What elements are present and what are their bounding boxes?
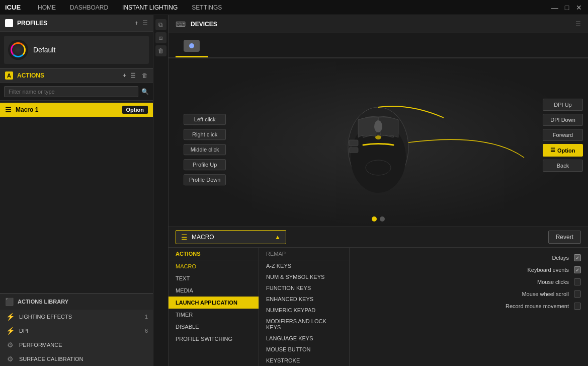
library-surface-label: SURFACE CALIBRATION: [19, 356, 144, 362]
profile-item-default[interactable]: Default: [4, 36, 149, 64]
delete-action-button[interactable]: 🗑: [142, 72, 148, 79]
device-tab-mouse[interactable]: [176, 36, 208, 57]
minimize-button[interactable]: —: [551, 4, 559, 12]
profile-down-button[interactable]: Profile Down: [184, 174, 226, 185]
remap-col-item-keystroke[interactable]: KEYSTROKE: [259, 355, 349, 366]
add-profile-button[interactable]: +: [135, 20, 138, 27]
remap-col-item-language[interactable]: LANGUAGE KEYS: [259, 333, 349, 344]
opt-delays-label: Delays: [552, 255, 569, 261]
actions-col-item-profile[interactable]: PROFILE SWITCHING: [169, 333, 259, 345]
add-action-button[interactable]: +: [123, 72, 126, 79]
opt-mouse-clicks-checkbox[interactable]: [574, 278, 581, 285]
library-item-lighting[interactable]: ⚡ LIGHTING EFFECTS 1: [0, 310, 153, 324]
actions-menu-button[interactable]: ☰: [130, 72, 136, 79]
right-click-button[interactable]: Right click: [184, 129, 226, 140]
library-item-dpi[interactable]: ⚡ DPI 6: [0, 324, 153, 338]
nav-home[interactable]: HOME: [31, 0, 63, 15]
remap-col-item-num[interactable]: NUM & SYMBOL KEYS: [259, 271, 349, 282]
actions-col-item-launch[interactable]: LAUNCH APPLICATION: [169, 297, 259, 309]
side-icon-delete[interactable]: 🗑: [155, 45, 166, 56]
profiles-menu-button[interactable]: ☰: [142, 20, 148, 27]
actions-col-item-disable[interactable]: DISABLE: [169, 321, 259, 333]
dpi-down-button[interactable]: DPI Down: [543, 114, 583, 126]
library-item-surface-cal[interactable]: ⚙ SURFACE CALIBRATION: [0, 352, 153, 366]
opt-mouse-movement-row: Record mouse movement: [357, 300, 581, 312]
option-badge[interactable]: Option: [122, 106, 148, 114]
left-panel: PROFILES + ☰ Default A ACTIONS + ☰ 🗑: [0, 15, 153, 366]
library-lighting-label: LIGHTING EFFECTS: [19, 314, 141, 320]
remap-col-item-numpad[interactable]: NUMERIC KEYPAD: [259, 305, 349, 316]
device-tabs: [169, 33, 588, 58]
surface-cal-icon: ⚙: [5, 355, 15, 363]
opt-keyboard-row: Keyboard events: [357, 264, 581, 276]
library-icon: ⬛: [5, 298, 14, 306]
actions-col-item-media[interactable]: MEDIA: [169, 284, 259, 297]
search-input[interactable]: [4, 86, 138, 97]
mouse-image-container: [313, 92, 444, 193]
left-click-button[interactable]: Left click: [184, 114, 226, 125]
revert-button[interactable]: Revert: [548, 231, 581, 244]
dpi-icon: ⚡: [5, 327, 15, 335]
action-item-macro1[interactable]: ☰ Macro 1 Option: [0, 103, 153, 117]
side-icon-copy[interactable]: ⧉: [155, 19, 166, 30]
actions-col-item-text[interactable]: TEXT: [169, 272, 259, 284]
devices-icon: ⌨: [176, 20, 186, 28]
macro-bar: ☰ MACRO ▲ Revert: [169, 227, 588, 248]
actions-col-item-macro[interactable]: MACRO: [169, 260, 259, 272]
mouse-svg: [313, 92, 444, 193]
svg-point-1: [189, 43, 194, 48]
opt-mouse-scroll-checkbox[interactable]: [574, 290, 581, 298]
library-performance-label: PERFORMANCE: [19, 342, 144, 348]
profile-up-button[interactable]: Profile Up: [184, 159, 226, 170]
middle-click-button[interactable]: Middle click: [184, 144, 226, 155]
lightning-icon: ⚡: [5, 313, 15, 321]
macro-label: MACRO: [192, 234, 271, 241]
forward-button[interactable]: Forward: [543, 129, 583, 141]
actions-library-header[interactable]: ⬛ ACTIONS LIBRARY: [0, 294, 153, 310]
maximize-button[interactable]: □: [563, 4, 571, 12]
option-button[interactable]: ☰ Option: [543, 144, 583, 157]
devices-menu-button[interactable]: ☰: [575, 21, 581, 28]
opt-delays-row: Delays: [357, 252, 581, 264]
window-controls: — □ ✕: [551, 4, 583, 12]
close-button[interactable]: ✕: [575, 4, 583, 12]
svg-rect-6: [349, 148, 358, 153]
remap-col-item-enhanced[interactable]: ENHANCED KEYS: [259, 294, 349, 305]
nav-settings[interactable]: SETTINGS: [185, 0, 229, 15]
profiles-list: Default: [0, 32, 153, 68]
dpi-up-button[interactable]: DPI Up: [543, 99, 583, 111]
right-button-labels: DPI Up DPI Down Forward ☰ Option Back: [543, 99, 583, 172]
dot-1[interactable]: [372, 216, 377, 222]
actions-col-item-timer[interactable]: TIMER: [169, 309, 259, 321]
opt-delays-checkbox[interactable]: [574, 254, 581, 261]
actions-header: A ACTIONS + ☰ 🗑: [0, 68, 153, 83]
action-menu-icon: ☰: [5, 106, 12, 114]
nav-dashboard[interactable]: DASHBOARD: [63, 0, 115, 15]
config-area: ☰ MACRO ▲ Revert ACTIONS MACRO TEXT MEDI…: [169, 227, 588, 366]
macro-dropdown[interactable]: ☰ MACRO ▲: [176, 230, 286, 244]
opt-mouse-movement-checkbox[interactable]: [574, 303, 581, 310]
page-indicators: [372, 216, 385, 222]
option-label: Option: [557, 148, 575, 154]
remap-col-item-mouse[interactable]: MOUSE BUTTON: [259, 344, 349, 355]
nav-instant-lighting[interactable]: INSTANT LIGHTING: [115, 0, 185, 15]
nav-bar: HOME DASHBOARD INSTANT LIGHTING SETTINGS: [31, 0, 551, 15]
action-name: Macro 1: [16, 106, 122, 113]
side-icon-paste[interactable]: ⧇: [155, 32, 166, 43]
devices-header: ⌨ DEVICES ☰: [169, 15, 588, 33]
back-button[interactable]: Back: [543, 160, 583, 172]
opt-mouse-movement-label: Record mouse movement: [506, 303, 569, 309]
search-icon: 🔍: [141, 88, 149, 95]
remap-column: REMAP A-Z KEYS NUM & SYMBOL KEYS FUNCTIO…: [259, 248, 350, 366]
opt-keyboard-checkbox[interactable]: [574, 266, 581, 273]
library-item-performance[interactable]: ⚙ PERFORMANCE: [0, 338, 153, 352]
actions-badge: A: [5, 71, 13, 80]
remap-col-item-az[interactable]: A-Z KEYS: [259, 260, 349, 271]
svg-point-4: [374, 120, 382, 132]
dot-2[interactable]: [380, 216, 385, 222]
mouse-tab-icon: [183, 39, 201, 53]
remap-col-item-modifiers[interactable]: MODIFIERS AND LOCK KEYS: [259, 316, 349, 333]
profile-logo: [8, 40, 28, 60]
right-panel: ⌨ DEVICES ☰ Left click Right click Middl…: [169, 15, 588, 366]
remap-col-item-function[interactable]: FUNCTION KEYS: [259, 282, 349, 294]
